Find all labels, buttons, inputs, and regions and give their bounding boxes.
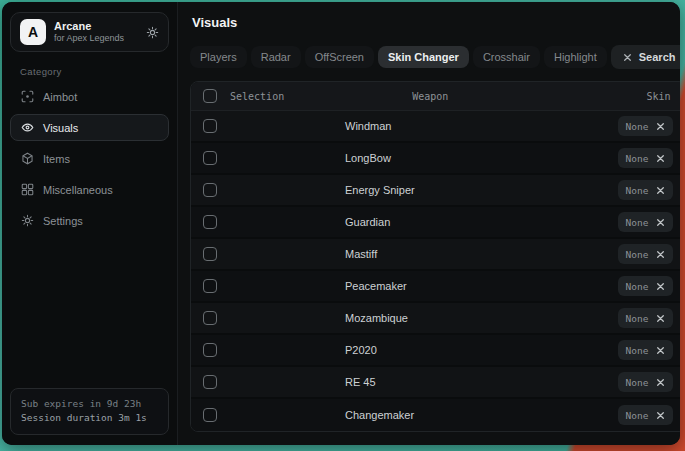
- table-row: WindmanNone: [191, 111, 680, 143]
- weapon-name: LongBow: [217, 152, 618, 164]
- subscription-card: Sub expires in 9d 23h Session duration 3…: [10, 388, 169, 435]
- table-body: WindmanNoneLongBowNoneEnergy SniperNoneG…: [191, 111, 680, 431]
- row-checkbox[interactable]: [203, 279, 217, 293]
- category-label: Category: [20, 66, 169, 77]
- weapon-name: P2020: [217, 344, 618, 356]
- weapon-name: Mozambique: [217, 312, 618, 324]
- skin-value: None: [626, 153, 649, 164]
- tab-bar: PlayersRadarOffScreenSkin ChangerCrossha…: [190, 45, 680, 69]
- skin-changer-table: Selection Weapon Skin WindmanNoneLongBow…: [190, 81, 680, 432]
- row-checkbox[interactable]: [203, 247, 217, 261]
- clear-skin-icon[interactable]: [656, 346, 665, 355]
- skin-value: None: [626, 217, 649, 228]
- skin-value: None: [626, 185, 649, 196]
- search-icon: [623, 53, 632, 62]
- table-row: ChangemakerNone: [191, 399, 680, 431]
- table-row: P2020None: [191, 335, 680, 367]
- row-checkbox[interactable]: [203, 183, 217, 197]
- table-row: RE 45None: [191, 367, 680, 399]
- clear-skin-icon[interactable]: [656, 186, 665, 195]
- sidebar-item-settings[interactable]: Settings: [10, 207, 169, 234]
- sidebar-item-visuals[interactable]: Visuals: [10, 114, 169, 141]
- skin-value: None: [626, 249, 649, 260]
- skin-select[interactable]: None: [618, 244, 674, 264]
- sidebar-item-label: Aimbot: [43, 91, 77, 103]
- tab-skin-changer[interactable]: Skin Changer: [378, 46, 469, 68]
- session-duration-text: Session duration 3m 1s: [21, 411, 158, 426]
- row-checkbox[interactable]: [203, 408, 217, 422]
- skin-value: None: [626, 345, 649, 356]
- weapon-name: Guardian: [217, 216, 618, 228]
- app-header-card: A Arcane for Apex Legends: [10, 12, 169, 52]
- table-row: Energy SniperNone: [191, 175, 680, 207]
- gear-icon[interactable]: [146, 26, 159, 39]
- select-all-checkbox[interactable]: [203, 89, 217, 103]
- skin-select[interactable]: None: [618, 308, 674, 328]
- table-row: MastiffNone: [191, 239, 680, 271]
- skin-column-header: Skin: [646, 91, 670, 102]
- app-title-block: Arcane for Apex Legends: [54, 20, 124, 45]
- tab-radar[interactable]: Radar: [251, 46, 301, 68]
- main-panel: Visuals PlayersRadarOffScreenSkin Change…: [178, 2, 680, 445]
- page-title: Visuals: [192, 15, 680, 30]
- weapon-name: RE 45: [217, 376, 618, 388]
- skin-value: None: [626, 121, 649, 132]
- crosshair-icon: [21, 90, 34, 103]
- tab-crosshair[interactable]: Crosshair: [473, 46, 540, 68]
- row-checkbox[interactable]: [203, 151, 217, 165]
- table-header-row: Selection Weapon Skin: [191, 82, 680, 111]
- weapon-name: Energy Sniper: [217, 184, 618, 196]
- weapon-column-header: Weapon: [284, 91, 646, 102]
- selection-column-header: Selection: [230, 91, 284, 102]
- row-checkbox[interactable]: [203, 375, 217, 389]
- clear-skin-icon[interactable]: [656, 378, 665, 387]
- gear-icon: [21, 214, 34, 227]
- row-checkbox[interactable]: [203, 119, 217, 133]
- weapon-name: Changemaker: [217, 409, 618, 421]
- row-checkbox[interactable]: [203, 215, 217, 229]
- package-icon: [21, 152, 34, 165]
- sidebar-item-items[interactable]: Items: [10, 145, 169, 172]
- weapon-name: Mastiff: [217, 248, 618, 260]
- skin-value: None: [626, 410, 649, 421]
- weapon-name: Peacemaker: [217, 280, 618, 292]
- app-window: A Arcane for Apex Legends Category Aimbo…: [2, 2, 680, 445]
- skin-value: None: [626, 377, 649, 388]
- skin-select[interactable]: None: [618, 372, 674, 392]
- table-row: GuardianNone: [191, 207, 680, 239]
- skin-select[interactable]: None: [618, 405, 674, 425]
- clear-skin-icon[interactable]: [656, 250, 665, 259]
- search-button[interactable]: Search: [611, 45, 680, 69]
- skin-select[interactable]: None: [618, 148, 674, 168]
- row-checkbox[interactable]: [203, 343, 217, 357]
- skin-select[interactable]: None: [618, 276, 674, 296]
- clear-skin-icon[interactable]: [656, 411, 665, 420]
- clear-skin-icon[interactable]: [656, 282, 665, 291]
- sidebar-item-miscellaneous[interactable]: Miscellaneous: [10, 176, 169, 203]
- clear-skin-icon[interactable]: [656, 314, 665, 323]
- app-name: Arcane: [54, 20, 124, 34]
- table-row: PeacemakerNone: [191, 271, 680, 303]
- app-logo: A: [20, 19, 46, 45]
- skin-select[interactable]: None: [618, 116, 674, 136]
- sidebar-item-aimbot[interactable]: Aimbot: [10, 83, 169, 110]
- grid-icon: [21, 183, 34, 196]
- skin-select[interactable]: None: [618, 212, 674, 232]
- app-subtitle: for Apex Legends: [54, 33, 124, 44]
- clear-skin-icon[interactable]: [656, 218, 665, 227]
- tab-players[interactable]: Players: [190, 46, 247, 68]
- clear-skin-icon[interactable]: [656, 154, 665, 163]
- sidebar-item-label: Items: [43, 153, 70, 165]
- tab-offscreen[interactable]: OffScreen: [305, 46, 374, 68]
- table-row: MozambiqueNone: [191, 303, 680, 335]
- tab-highlight[interactable]: Highlight: [544, 46, 607, 68]
- row-checkbox[interactable]: [203, 311, 217, 325]
- clear-skin-icon[interactable]: [656, 122, 665, 131]
- sidebar-item-label: Visuals: [43, 122, 78, 134]
- skin-select[interactable]: None: [618, 340, 674, 360]
- sidebar-nav: AimbotVisualsItemsMiscellaneousSettings: [10, 83, 169, 238]
- eye-icon: [21, 121, 34, 134]
- skin-select[interactable]: None: [618, 180, 674, 200]
- sub-expiry-text: Sub expires in 9d 23h: [21, 397, 158, 412]
- skin-value: None: [626, 281, 649, 292]
